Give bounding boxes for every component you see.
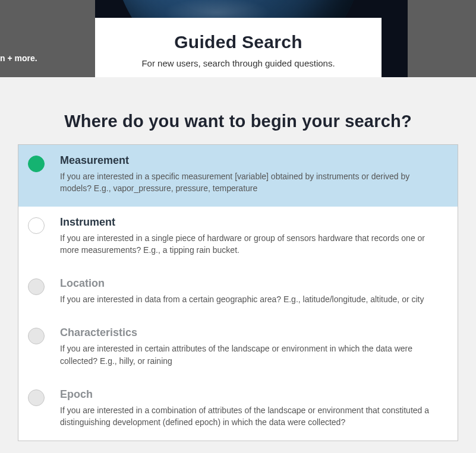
option-body: Instrument If you are interested in a si… [60, 216, 443, 256]
footer-actions: Next Step [18, 441, 458, 453]
option-body: Measurement If you are interested in a s… [60, 154, 443, 195]
option-body: Characteristics If you are interested in… [60, 327, 443, 367]
option-description: If you are interested in a combination o… [60, 404, 443, 429]
option-description: If you are interested in data from a cer… [60, 293, 443, 305]
option-characteristics[interactable]: Characteristics If you are interested in… [18, 317, 458, 379]
option-body: Epoch If you are interested in a combina… [60, 388, 443, 429]
radio-location[interactable] [28, 278, 45, 295]
option-epoch[interactable]: Epoch If you are interested in a combina… [18, 379, 458, 441]
card-subtitle: For new users, search through guided que… [107, 58, 370, 68]
radio-measurement[interactable] [28, 156, 45, 172]
main-content: Where do you want to begin your search? … [0, 112, 476, 453]
hero-banner: n + more. Guided Search For new users, s… [0, 0, 476, 77]
option-instrument[interactable]: Instrument If you are interested in a si… [18, 207, 458, 268]
radio-characteristics[interactable] [28, 328, 45, 344]
option-description: If you are interested in a single piece … [60, 232, 443, 256]
hero-left-panel: n + more. [0, 0, 95, 77]
option-description: If you are interested in a specific meas… [60, 170, 443, 195]
option-measurement[interactable]: Measurement If you are interested in a s… [18, 145, 458, 207]
option-body: Location If you are interested in data f… [60, 277, 443, 305]
option-title: Epoch [60, 388, 443, 401]
option-title: Measurement [60, 154, 443, 167]
options-list: Measurement If you are interested in a s… [18, 144, 458, 441]
radio-epoch[interactable] [28, 389, 45, 406]
question-heading: Where do you want to begin your search? [18, 112, 458, 131]
option-location[interactable]: Location If you are interested in data f… [18, 268, 458, 317]
hero-right-panel [408, 0, 476, 77]
option-title: Location [60, 277, 443, 290]
option-description: If you are interested in certain attribu… [60, 343, 443, 367]
guided-search-card: Guided Search For new users, search thro… [95, 18, 382, 77]
card-title: Guided Search [107, 32, 370, 52]
radio-instrument[interactable] [28, 217, 45, 234]
option-title: Instrument [60, 216, 443, 229]
option-title: Characteristics [60, 327, 443, 339]
hero-left-text: n + more. [0, 53, 37, 63]
